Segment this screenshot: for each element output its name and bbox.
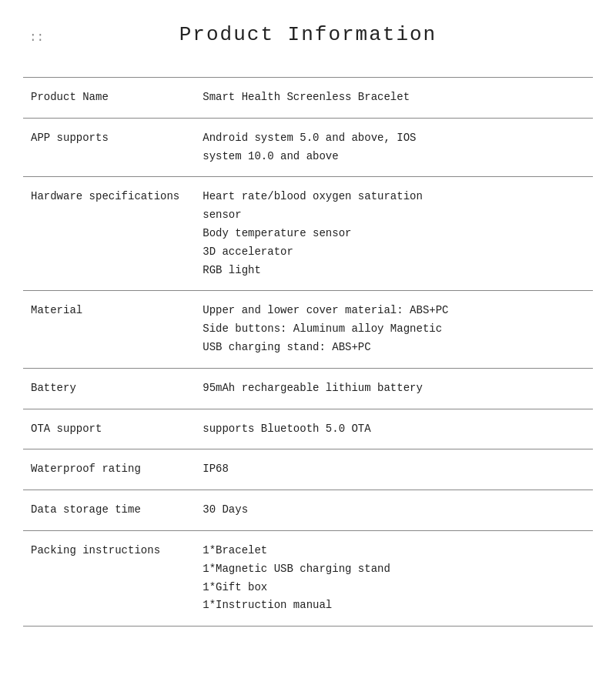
row-value: 1*Bracelet1*Magnetic USB charging stand1… bbox=[195, 530, 593, 626]
page-title: Product Information bbox=[23, 23, 593, 46]
row-label: Battery bbox=[23, 368, 195, 409]
row-label: Packing instructions bbox=[23, 530, 195, 626]
row-value: Smart Health Screenless Bracelet bbox=[195, 78, 593, 119]
row-value: Android system 5.0 and above, IOSsystem … bbox=[195, 118, 593, 177]
page-header: :: Product Information bbox=[23, 15, 593, 69]
row-value: IP68 bbox=[195, 449, 593, 490]
row-label: APP supports bbox=[23, 118, 195, 177]
row-label: Waterproof rating bbox=[23, 449, 195, 490]
table-row: Data storage time30 Days bbox=[23, 490, 593, 531]
table-row: Product NameSmart Health Screenless Brac… bbox=[23, 78, 593, 119]
table-row: OTA supportsupports Bluetooth 5.0 OTA bbox=[23, 409, 593, 449]
product-info-table: Product NameSmart Health Screenless Brac… bbox=[23, 77, 593, 627]
table-row: Battery95mAh rechargeable lithium batter… bbox=[23, 368, 593, 409]
row-label: Hardware specifications bbox=[23, 177, 195, 291]
row-value: 95mAh rechargeable lithium battery bbox=[195, 368, 593, 409]
table-row: Packing instructions1*Bracelet1*Magnetic… bbox=[23, 530, 593, 626]
drag-handle-icon: :: bbox=[29, 31, 44, 45]
table-row: Waterproof ratingIP68 bbox=[23, 449, 593, 490]
row-label: Data storage time bbox=[23, 490, 195, 531]
row-label: Product Name bbox=[23, 78, 195, 119]
row-value: 30 Days bbox=[195, 490, 593, 531]
table-row: Hardware specificationsHeart rate/blood … bbox=[23, 177, 593, 291]
row-label: Material bbox=[23, 291, 195, 368]
row-label: OTA support bbox=[23, 409, 195, 449]
row-value: supports Bluetooth 5.0 OTA bbox=[195, 409, 593, 449]
table-row: APP supportsAndroid system 5.0 and above… bbox=[23, 118, 593, 177]
table-row: MaterialUpper and lower cover material: … bbox=[23, 291, 593, 368]
row-value: Upper and lower cover material: ABS+PCSi… bbox=[195, 291, 593, 368]
row-value: Heart rate/blood oxygen saturationsensor… bbox=[195, 177, 593, 291]
